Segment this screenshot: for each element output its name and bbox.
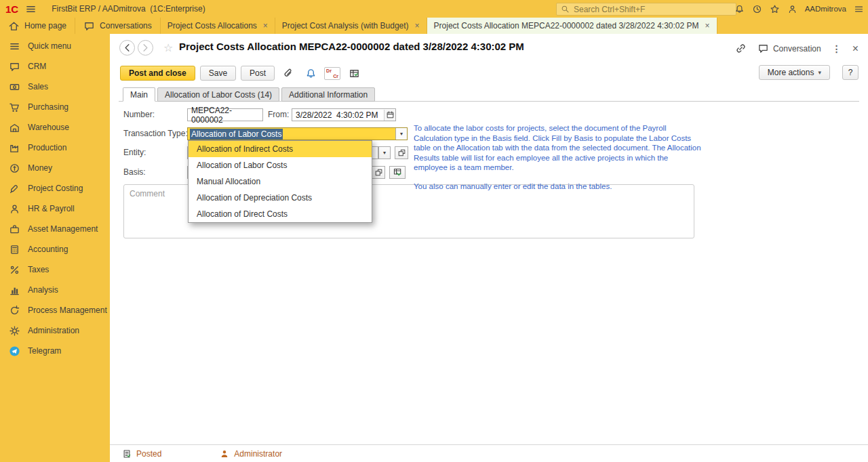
more-actions-label: More actions [768,68,814,77]
dropdown-option-allocation-of-depreciation-costs[interactable]: Allocation of Depreciation Costs [189,190,372,206]
dropdown-option-manual-allocation[interactable]: Manual Allocation [189,173,372,190]
banknote-icon [9,81,20,93]
favorites-star-icon[interactable] [770,4,780,14]
1c-logo: 1С [5,3,18,15]
sidebar-item-label: Warehouse [28,123,69,132]
sidebar-item-crm[interactable]: CRM [0,56,110,77]
help-button[interactable]: ? [842,65,859,80]
sidebar-item-accounting[interactable]: Accounting [0,239,110,259]
sidebar-item-quick-menu[interactable]: Quick menu [0,36,110,56]
number-field[interactable]: MEPCA22-0000002 [187,108,263,121]
more-actions-button[interactable]: More actions ▾ [759,65,830,80]
sidebar-item-process-management[interactable]: Process Management [0,300,110,320]
favorite-star-icon[interactable]: ☆ [163,41,173,54]
home-page-button[interactable]: Home page [0,18,75,34]
transaction-type-value: Allocation of Labor Costs [190,129,283,140]
tab-main[interactable]: Main [123,87,155,102]
entity-open-button[interactable] [395,146,408,159]
sidebar-item-telegram[interactable]: Telegram [0,341,110,361]
posted-document-icon [122,449,132,459]
from-label: From: [268,110,289,119]
close-tab-icon[interactable]: × [415,22,420,30]
person-icon [9,203,20,215]
basis-open-button[interactable] [372,166,385,179]
menu-icon [9,41,20,52]
cart-icon [9,102,20,113]
dropdown-option-allocation-of-labor-costs[interactable]: Allocation of Labor Costs [189,157,372,173]
sidebar-item-project-costing[interactable]: Project Costing [0,178,110,198]
sidebar-item-hr-payroll[interactable]: HR & Payroll [0,198,110,219]
main-menu-icon[interactable] [25,3,37,15]
sidebar-item-purchasing[interactable]: Purchasing [0,97,110,117]
window-tab-label: Project Costs Allocation MEPCA22-0000002… [434,21,699,30]
sidebar-item-taxes[interactable]: Taxes [0,259,110,280]
dr-cr-postings-button[interactable]: DrCr [324,67,340,80]
chevron-down-icon: ▾ [818,69,821,76]
window-tab-project-cost-analysis[interactable]: Project Cost Analysis (with Budget) × [275,18,427,34]
conversation-button[interactable]: Conversation [757,43,821,54]
sidebar-item-asset-management[interactable]: Asset Management [0,219,110,239]
header-right-cluster: Conversation ⋮ × [735,43,859,54]
sidebar-item-money[interactable]: Money [0,158,110,178]
forward-button[interactable] [138,40,153,56]
basis-label: Basis: [123,167,146,177]
comment-placeholder: Comment [130,189,165,198]
document-toolbar: Post and close Save Post DrCr [120,65,363,81]
dropdown-option-allocation-of-indirect-costs[interactable]: Allocation of Indirect Costs [189,141,372,157]
posting-journal-button[interactable] [345,66,363,81]
sidebar-item-administration[interactable]: Administration [0,320,110,341]
tab-allocation-of-labor-costs[interactable]: Allocation of Labor Costs (14) [157,87,279,102]
top-bar: 1С FirstBit ERP / AADmitrova (1C:Enterpr… [0,0,868,18]
tab-additional-information[interactable]: Additional Information [281,87,375,102]
from-field[interactable]: 3/28/2022 4:30:02 PM [292,108,396,121]
transaction-type-dropdown: Allocation of Indirect Costs Allocation … [188,140,372,223]
entity-dropdown-button[interactable]: ▾ [378,146,391,159]
home-icon [8,20,20,32]
gear-icon [9,325,20,337]
sidebar-item-label: Administration [28,326,79,335]
back-button[interactable] [119,40,135,56]
more-menu-icon[interactable]: ⋮ [832,43,842,54]
dropdown-option-allocation-of-direct-costs[interactable]: Allocation of Direct Costs [189,206,372,222]
sidebar-item-label: Quick menu [28,41,71,51]
paperclip-icon [283,68,294,79]
form-tabs: Main Allocation of Labor Costs (14) Addi… [123,87,377,102]
notifications-bell-icon[interactable] [734,4,745,14]
fill-table-icon [393,167,403,177]
window-tab-project-costs-allocation-doc[interactable]: Project Costs Allocation MEPCA22-0000002… [427,18,717,34]
transaction-type-combobox[interactable]: Allocation of Labor Costs ▾ [187,127,408,140]
open-in-window-icon [374,168,383,177]
combo-dropdown-icon[interactable]: ▾ [395,128,407,140]
close-tab-icon[interactable]: × [263,22,268,30]
reminder-button[interactable] [302,66,319,81]
sidebar-item-label: Project Costing [28,184,83,193]
posted-status: Posted [122,449,161,459]
attachments-button[interactable] [279,66,297,81]
fill-by-basis-button[interactable] [389,166,406,179]
calendar-button[interactable] [384,110,395,121]
service-menu-icon[interactable] [854,4,864,14]
get-link-icon[interactable] [735,43,747,54]
conversations-button[interactable]: Conversations [75,18,161,34]
current-user-name[interactable]: AADmitrova [805,5,846,13]
window-tab-label: Project Cost Analysis (with Budget) [282,21,409,30]
sidebar-item-label: Sales [28,82,48,91]
document-area: ☆ Project Costs Allocation MEPCA22-00000… [110,34,868,462]
search-input[interactable]: Search Ctrl+Shift+F [556,3,736,16]
post-button[interactable]: Post [241,66,275,81]
history-icon[interactable] [752,4,762,14]
sidebar-item-analysis[interactable]: Analysis [0,280,110,300]
post-and-close-button[interactable]: Post and close [120,66,195,81]
box-icon [9,122,20,133]
sidebar-item-label: Accounting [28,245,68,254]
save-button[interactable]: Save [200,66,236,81]
hint-paragraph: To allocate the labor costs for projects… [414,123,701,173]
sidebar-item-sales[interactable]: Sales [0,77,110,97]
sidebar-item-production[interactable]: Production [0,138,110,158]
window-tab-project-costs-allocations[interactable]: Project Costs Allocations × [161,18,275,34]
sidebar-item-warehouse[interactable]: Warehouse [0,117,110,138]
search-icon [561,5,570,14]
close-document-icon[interactable]: × [852,43,859,54]
close-tab-icon[interactable]: × [705,22,710,30]
arrow-right-icon [140,42,151,54]
